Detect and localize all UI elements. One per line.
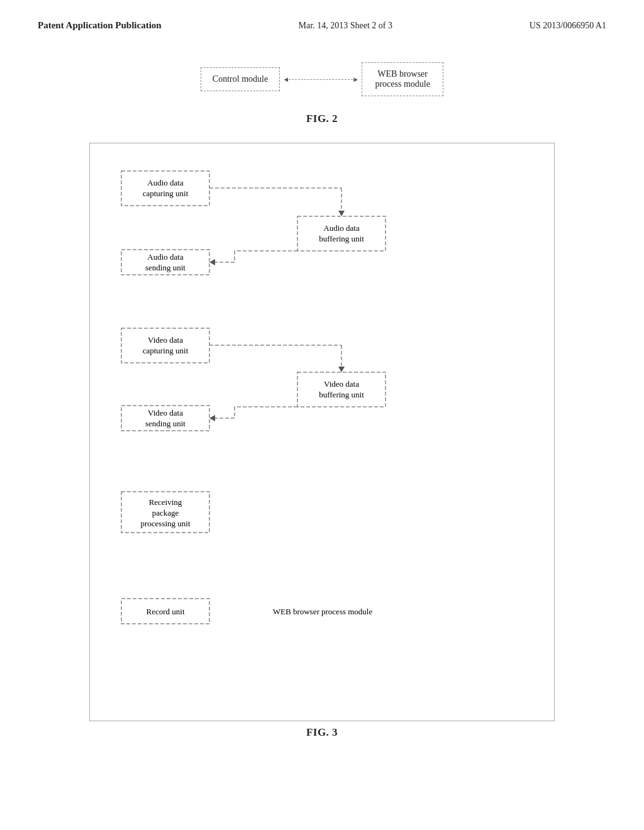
- control-module-box: Control module: [201, 67, 280, 91]
- header-right: US 2013/0066950 A1: [530, 21, 606, 31]
- svg-text:Receiving: Receiving: [149, 497, 182, 507]
- fig2-area: Control module ◄ ► WEB browserprocess mo…: [38, 62, 606, 136]
- fig2-diagram: Control module ◄ ► WEB browserprocess mo…: [133, 62, 511, 96]
- svg-text:buffering unit: buffering unit: [319, 234, 364, 243]
- svg-text:package: package: [152, 508, 179, 517]
- svg-text:processing unit: processing unit: [140, 519, 190, 528]
- fig3-label: FIG. 3: [306, 726, 338, 739]
- main-content: Control module ◄ ► WEB browserprocess mo…: [0, 43, 644, 775]
- right-arrowhead: ►: [352, 75, 359, 83]
- svg-marker-12: [209, 259, 215, 265]
- web-browser-module-box: WEB browserprocess module: [362, 62, 443, 96]
- control-module-label: Control module: [213, 74, 268, 84]
- svg-text:Audio data: Audio data: [147, 252, 184, 262]
- fig3-outer-box: Audio data capturing unit Audio data buf…: [89, 143, 555, 721]
- fig2-arrow: ◄ ►: [280, 79, 362, 80]
- fig3-section: Audio data capturing unit Audio data buf…: [38, 143, 606, 750]
- svg-text:Video data: Video data: [324, 379, 359, 389]
- svg-text:Video data: Video data: [148, 408, 183, 418]
- svg-text:Audio data: Audio data: [147, 178, 184, 187]
- header-center: Mar. 14, 2013 Sheet 2 of 3: [299, 21, 392, 31]
- svg-text:Record unit: Record unit: [146, 607, 184, 616]
- svg-text:sending unit: sending unit: [145, 263, 186, 272]
- page-header: Patent Application Publication Mar. 14, …: [0, 0, 644, 43]
- svg-text:capturing unit: capturing unit: [143, 189, 189, 198]
- fig2-label: FIG. 2: [306, 113, 338, 125]
- left-arrowhead: ◄: [282, 75, 289, 83]
- svg-marker-21: [338, 367, 345, 372]
- svg-text:sending unit: sending unit: [145, 419, 186, 428]
- web-browser-module-label: WEB browserprocess module: [375, 69, 430, 89]
- svg-text:WEB browser process module: WEB browser process module: [273, 607, 373, 616]
- fig3-svg: Audio data capturing unit Audio data buf…: [109, 158, 536, 706]
- header-left: Patent Application Publication: [38, 20, 162, 31]
- svg-text:buffering unit: buffering unit: [319, 390, 364, 399]
- svg-text:Audio data: Audio data: [323, 223, 360, 233]
- svg-text:Video data: Video data: [148, 335, 183, 345]
- svg-text:capturing unit: capturing unit: [143, 346, 189, 355]
- svg-marker-5: [338, 211, 345, 216]
- svg-marker-28: [209, 415, 215, 421]
